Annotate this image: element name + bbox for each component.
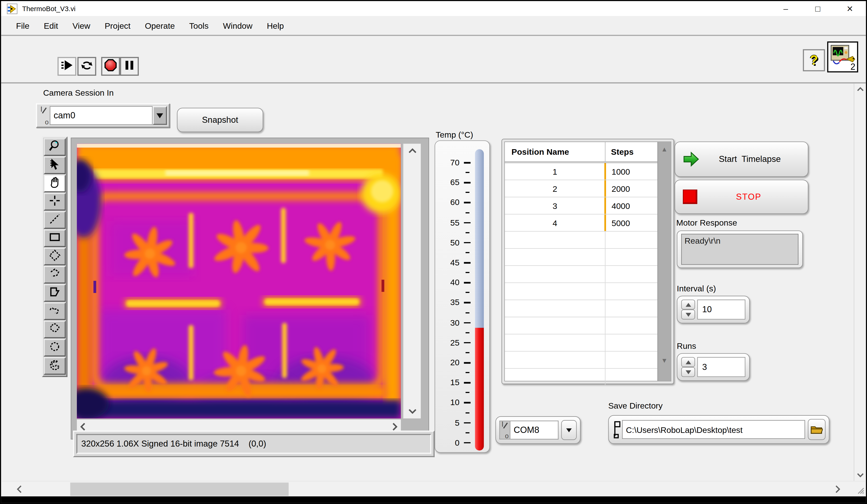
save-directory-value[interactable]: C:\Users\RoboLap\Desktop\test [622,420,805,439]
cell-steps[interactable]: 4000 [604,197,657,214]
interval-field[interactable]: 10 [697,300,745,319]
major-tick [464,242,471,244]
tool-broken-line-button[interactable] [44,266,66,283]
tool-pan-button[interactable] [44,175,66,192]
vi-file-icon [7,3,18,14]
table-row-empty[interactable] [505,283,657,300]
tool-rectangle-button[interactable] [44,229,66,247]
window-horizontal-scrollbar[interactable] [1,481,866,496]
menu-project[interactable]: Project [98,21,138,30]
scroll-right-icon[interactable] [835,485,841,494]
scroll-right-icon[interactable] [392,422,398,431]
image-vertical-scrollbar[interactable] [403,143,421,418]
menu-file[interactable]: File [9,21,36,30]
tool-freehand-line-button[interactable] [44,302,66,320]
runs-control: 3 [677,353,750,381]
major-tick [464,302,471,303]
runs-field[interactable]: 3 [697,357,745,377]
broken-line-icon [48,267,61,282]
minor-tick [465,392,469,393]
minor-tick [465,232,469,233]
tool-point-button[interactable] [44,193,66,211]
abort-button[interactable] [101,57,120,76]
menu-view[interactable]: View [65,21,98,30]
resize-grip-icon[interactable] [854,484,865,495]
tool-oval-button[interactable] [44,339,66,356]
minor-tick [465,432,469,433]
stop-button[interactable]: STOP [675,180,809,214]
snapshot-button[interactable]: Snapshot [177,108,263,132]
start-timelapse-button[interactable]: Start Timelapse [675,141,809,177]
pause-button[interactable] [120,57,139,76]
table-row-empty[interactable] [505,249,657,266]
cell-steps[interactable]: 2000 [604,180,657,197]
table-row-empty[interactable] [505,300,657,317]
camera-session-control[interactable]: Io cam0 [36,103,170,128]
cell-steps[interactable]: 5000 [604,214,657,231]
cell-position-name[interactable]: 4 [505,214,606,231]
table-scrollbar[interactable]: ▲ ▼ [657,142,671,381]
menu-help[interactable]: Help [260,21,291,30]
window-vertical-scrollbar[interactable] [854,83,866,481]
table-scroll-down-icon[interactable]: ▼ [658,356,671,364]
scrollbar-thumb[interactable] [70,482,289,496]
tool-select-button[interactable] [44,156,66,174]
tool-polygon-button[interactable] [44,284,66,302]
scroll-left-icon[interactable] [17,485,22,494]
tool-line-button[interactable] [44,211,66,229]
decrement-button[interactable] [681,309,695,319]
decrement-button[interactable] [681,367,695,377]
close-button[interactable]: × [834,1,866,16]
cell-position-name[interactable]: 3 [505,197,606,214]
zoom-icon [48,139,61,155]
camera-dropdown-button[interactable] [153,106,167,125]
menu-tools[interactable]: Tools [182,21,216,30]
cell-steps[interactable]: 1000 [604,163,657,180]
thermometer-fill [475,328,484,450]
scroll-down-icon[interactable] [408,409,417,414]
app-window: ThermoBot_V3.vi – □ × FileEditViewProjec… [0,0,867,504]
table-scroll-up-icon[interactable]: ▲ [658,146,671,153]
run-button[interactable] [57,57,76,76]
run-continuous-button[interactable] [77,57,96,76]
com-port-dropdown-button[interactable] [561,420,577,440]
camera-session-value[interactable]: cam0 [50,106,153,125]
table-row-empty[interactable] [505,266,657,283]
image-tool-palette [42,137,67,377]
context-help-button[interactable]: ? [803,49,825,71]
tool-zoom-button[interactable] [44,138,66,156]
scroll-down-icon[interactable] [857,472,864,478]
cell-position-name[interactable]: 1 [505,163,606,180]
increment-button[interactable] [681,300,695,309]
increment-button[interactable] [681,357,695,367]
menu-edit[interactable]: Edit [36,21,65,30]
scroll-left-icon[interactable] [80,422,86,431]
com-port-value[interactable]: COM8 [511,421,559,439]
motor-response-label: Motor Response [676,218,737,227]
tool-freehand-region-button[interactable] [44,321,66,338]
minor-tick [465,412,469,413]
browse-folder-button[interactable] [808,419,825,440]
table-row-empty[interactable] [505,369,657,386]
menu-window[interactable]: Window [216,21,259,30]
tool-annulus-button[interactable] [44,357,66,375]
table-row-empty[interactable] [505,317,657,334]
maximize-button[interactable]: □ [802,1,834,16]
table-header-row: Position NameSteps [505,142,657,163]
table-row-empty[interactable] [505,334,657,352]
tool-rotated-rectangle-button[interactable] [44,248,66,265]
polygon-icon [48,285,61,301]
table-row-empty[interactable] [505,232,657,249]
thermal-image[interactable] [77,143,401,418]
minimize-button[interactable]: – [770,1,802,16]
cell-position-name[interactable]: 2 [505,180,606,197]
menu-operate[interactable]: Operate [138,21,182,30]
chevron-down-icon [157,113,163,118]
scroll-up-icon[interactable] [857,87,864,92]
vi-icon-button[interactable]: 2 [827,42,858,73]
thermometer-tick-label: 45 [441,258,459,267]
scroll-up-icon[interactable] [408,148,417,154]
table-row-empty[interactable] [505,352,657,369]
thermometer-tick-label: 50 [441,238,459,247]
start-timelapse-label: Start Timelapse [699,154,800,164]
